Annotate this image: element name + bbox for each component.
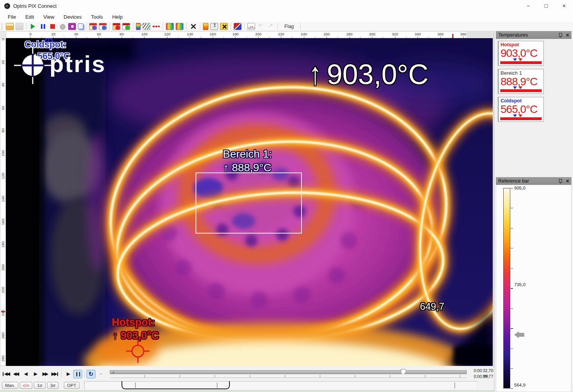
window-export-icon[interactable] — [122, 23, 130, 30]
histogram-range-box[interactable] — [122, 381, 230, 389]
optris-logo: ptris — [11, 43, 106, 86]
hotspot-marker-icon[interactable] — [125, 339, 150, 364]
ruler-tick-label: 100 — [1, 150, 5, 156]
max-marker-icon — [518, 114, 522, 117]
window-record-icon[interactable] — [113, 23, 120, 30]
thermal-image-canvas[interactable]: Coldspot: ↓565,0°C ptris ↑ 903,0°C Berei… — [6, 38, 493, 366]
coldspot-temp-value: 565,0°C — [499, 104, 543, 115]
opt-button[interactable]: OPT — [64, 382, 79, 389]
ruler-horizontal: 0204060801001201401601802002202402602803… — [6, 31, 467, 38]
skip-last-button[interactable]: ▶▶ — [50, 370, 59, 378]
device-setup-icon[interactable] — [210, 23, 218, 30]
toolbar-separator — [277, 23, 278, 30]
ruler-tick-label: 180 — [1, 241, 5, 248]
pin-icon[interactable] — [559, 179, 562, 184]
close-icon[interactable]: × — [566, 178, 569, 184]
ruler-tick-label: 340 — [418, 32, 418, 36]
step-forward-button[interactable]: ▶ — [31, 370, 40, 378]
measure-distance-icon[interactable] — [247, 23, 255, 30]
step-back-button[interactable]: ◀ — [21, 370, 30, 378]
palette-shift-right-icon[interactable] — [166, 23, 174, 30]
palette-shift-left-icon[interactable] — [176, 23, 183, 30]
close-icon[interactable]: × — [566, 32, 569, 38]
palette-import-icon[interactable] — [136, 23, 141, 30]
hotspot-temp-value: 903,0°C — [499, 47, 543, 59]
ruler-tick-label: 0 — [30, 32, 31, 36]
minimize-button[interactable]: − — [519, 0, 537, 12]
area-temp-value: 888,9°C — [499, 76, 543, 87]
menu-devices[interactable]: Devices — [60, 13, 85, 21]
pin-icon[interactable] — [559, 33, 562, 38]
stop-record-icon[interactable] — [49, 23, 56, 30]
measure-dashes-icon[interactable] — [152, 23, 160, 30]
coldspot-range-bar — [500, 117, 542, 120]
play-icon[interactable] — [29, 23, 37, 30]
ruler-vertical: 020406080100120140160180200220240260280 — [0, 38, 6, 366]
reference-level-arrow-icon[interactable] — [514, 331, 519, 338]
min-marker-icon — [513, 86, 517, 89]
status-strip — [0, 390, 494, 392]
fast-forward-button[interactable]: ▶▶ — [41, 370, 49, 378]
temperature-curves-icon[interactable] — [143, 23, 150, 30]
menu-help[interactable]: Help — [108, 13, 127, 21]
timeline[interactable] — [110, 368, 467, 380]
ruler-tick-label: 200 — [258, 32, 259, 36]
pause-button[interactable]: ❙❙ — [73, 370, 82, 378]
menu-view[interactable]: View — [39, 13, 58, 21]
reference-max-label: 905,0 — [514, 186, 525, 190]
range-mode-button[interactable]: </> — [20, 382, 33, 389]
close-button[interactable]: × — [555, 0, 573, 12]
reference-bar-panel-title: Reference bar — [498, 178, 559, 184]
menu-tools[interactable]: Tools — [87, 13, 107, 21]
ruler-tick-label: 140 — [190, 32, 190, 36]
snap-before-icon — [257, 23, 265, 30]
sigma1-button[interactable]: 1σ — [34, 382, 46, 389]
time-total: 0:00:39,77 — [474, 374, 493, 380]
menu-edit[interactable]: Edit — [21, 13, 38, 21]
reference-gradient-bar[interactable] — [503, 188, 510, 388]
max-marker-icon — [518, 86, 522, 89]
record-icon[interactable] — [58, 23, 66, 30]
timeline-scale — [110, 375, 467, 378]
window-copy-icon[interactable] — [99, 23, 107, 30]
ruler-tick-label: 40 — [76, 32, 76, 36]
config-tools-icon[interactable] — [220, 23, 228, 30]
ruler-tick-label: 80 — [122, 32, 122, 36]
fast-rewind-button[interactable]: ◀◀ — [11, 370, 20, 378]
sigma3-button[interactable]: 3σ — [47, 382, 59, 389]
menu-file[interactable]: File — [4, 13, 20, 21]
ruler-tick-label: 80 — [1, 128, 5, 133]
menu-bar: File Edit View Devices Tools Help — [0, 12, 573, 22]
flag-button[interactable]: Flag — [280, 23, 298, 30]
timeline-start-marker[interactable] — [111, 371, 114, 374]
histogram-tick — [135, 383, 136, 388]
ruler-tick-label: 200 — [1, 264, 5, 271]
measure-area-rect[interactable] — [196, 172, 302, 234]
coldspot-temp-label: Coldspot — [499, 97, 543, 104]
maximize-button[interactable]: □ — [537, 0, 555, 12]
pause-icon[interactable] — [39, 23, 47, 30]
toolbar-separator — [86, 23, 86, 30]
histogram-tick — [455, 383, 455, 388]
ruler-tick-label: 360 — [440, 32, 441, 36]
ruler-tick-label: 160 — [213, 32, 213, 36]
reference-ticks — [511, 188, 513, 389]
toolbar-grip-icon[interactable] — [2, 23, 3, 30]
spot-temperature-overlay: 649,7 — [420, 301, 444, 312]
temperatures-panel-title: Temperatures — [498, 32, 559, 38]
reference-bar-icon[interactable] — [203, 23, 208, 30]
snapshot-camera-icon[interactable] — [68, 23, 76, 30]
loop-button[interactable]: ↻ — [86, 370, 95, 378]
layout-color-icon[interactable] — [234, 23, 242, 30]
play-button[interactable]: ▶ — [63, 370, 72, 378]
ruler-tick-label: 220 — [1, 287, 5, 293]
ruler-tick-label: 260 — [326, 32, 327, 36]
tools-icon[interactable] — [189, 23, 197, 30]
window-search-icon[interactable] — [89, 23, 97, 30]
copy-icon[interactable] — [78, 23, 83, 29]
manual-mode-button[interactable]: Man. — [2, 382, 18, 389]
skip-first-button[interactable]: ◀◀ — [2, 370, 11, 378]
ruler-tick-label: 120 — [1, 173, 5, 179]
timeline-track[interactable] — [110, 370, 467, 374]
open-file-icon[interactable] — [6, 23, 14, 30]
